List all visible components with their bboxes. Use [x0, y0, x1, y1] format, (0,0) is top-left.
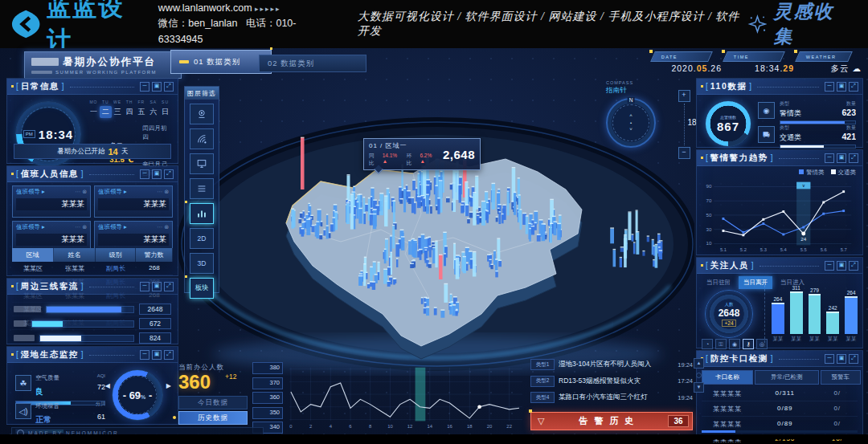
pin-icon[interactable]: ▣ [152, 169, 162, 179]
expand-icon[interactable]: ⤢ [164, 82, 174, 92]
minimize-icon[interactable]: ─ [825, 153, 834, 163]
alert-history-count: 36 [668, 415, 689, 427]
tab-data-category-2[interactable]: 02 数据类别 [259, 55, 366, 72]
alert-scroller: ▲ ▼ [694, 358, 704, 393]
svg-text:22: 22 [506, 424, 512, 429]
panel-incident-trend: [ 警情警力趋势 ] ─▣⤢ 警情类交通类 9070503010∨245.15.… [696, 149, 863, 255]
clock-ampm: PM [23, 130, 35, 138]
siren-icon: ◉ [758, 102, 775, 119]
checkpoint-col-header[interactable]: 预警车 [821, 370, 861, 385]
minimize-icon[interactable]: ─ [140, 350, 149, 360]
alert-row[interactable]: 类型2RD13-53烟感报警疑似火灾17:24 [530, 375, 693, 388]
pin-icon[interactable]: ▣ [837, 82, 846, 92]
duty-table-row[interactable]: 某某区张某某副局长268 [12, 262, 173, 275]
map-zoom-control: + 18 − [675, 90, 693, 159]
minimize-icon[interactable]: ─ [140, 282, 149, 291]
pin-icon[interactable]: ▣ [837, 153, 846, 163]
duty-leader-card[interactable]: 值班领导 ▸⋯ ⊗ 某某某 [94, 185, 173, 218]
scrollbar[interactable] [702, 430, 858, 433]
focus-tab[interactable]: 当日驻留 [702, 276, 735, 289]
collect-badge[interactable]: 灵感收集 [747, 0, 850, 49]
expand-icon[interactable]: ⤢ [849, 354, 858, 364]
minimize-icon[interactable]: ─ [140, 82, 149, 92]
pin-icon[interactable]: ▣ [837, 261, 846, 271]
expand-icon[interactable]: ⤢ [164, 169, 174, 179]
pin-icon[interactable]: ▣ [837, 354, 846, 364]
layer-button-3D[interactable]: 3D [190, 253, 214, 274]
minimize-icon[interactable]: ─ [825, 82, 834, 92]
svg-text:20: 20 [487, 424, 493, 429]
layer-filter-title: 图层筛选 [185, 87, 219, 100]
wechat-text: 微信：ben_lanlan [158, 18, 238, 29]
checkpoint-row[interactable]: 某某某某0/890/ [702, 401, 858, 417]
minimize-icon[interactable]: ─ [825, 354, 834, 364]
scroll-dot [696, 373, 702, 378]
svg-text:4: 4 [330, 424, 333, 429]
layer-button-monitor-icon[interactable] [190, 153, 214, 174]
layer-button-camera-icon[interactable] [190, 104, 214, 124]
alert-row[interactable]: 类型1湿地3-104片区有不明人员闯入19:24 [530, 358, 693, 371]
svg-text:5.2: 5.2 [740, 247, 747, 252]
zoom-in-button[interactable]: + [678, 90, 690, 102]
flow-bar-row: 2648 [14, 303, 171, 316]
svg-text:70: 70 [706, 198, 712, 203]
checkpoint-row[interactable]: 某某某某0/3110/ [702, 386, 858, 401]
focus-person-icon[interactable]: ◔ [702, 339, 713, 349]
focus-person-icon[interactable]: ◉ [729, 339, 740, 349]
scroll-down-icon[interactable]: ▼ [694, 382, 704, 393]
app-root: 蓝蓝设计 www.lanlanwork.com ▸▸▸▸▸ 微信：ben_lan… [0, 0, 868, 444]
layer-button-chart-icon[interactable] [190, 203, 214, 224]
history-data-button[interactable]: 历史数据 [178, 411, 248, 425]
logo-icon [11, 9, 40, 39]
gauge-right-arrow[interactable]: ▶ [166, 382, 171, 389]
checkpoint-col-header[interactable]: 卡口名称 [702, 370, 753, 385]
alert-history-banner[interactable]: ▽ 告警历史 36 [530, 412, 693, 430]
tab-data-category-1[interactable]: 01 数据类别 [170, 50, 272, 74]
layer-button-list-icon[interactable] [190, 178, 214, 199]
minimize-icon[interactable]: ─ [825, 261, 834, 271]
incident-type-row: ⛟ 类型数量 交通类421 [758, 124, 856, 149]
focus-person-icon[interactable]: ⚿ [715, 339, 727, 349]
gauge-left-arrow[interactable]: ◀ [105, 382, 110, 389]
expand-icon[interactable]: ⤢ [849, 153, 858, 163]
svg-text:8: 8 [369, 424, 372, 429]
eco-gauge: - 69% - [112, 369, 163, 421]
panel-title: 值班人员信息 [21, 169, 79, 180]
platform-title-plaque: 暑期办公协作平台 SUMMER WORKING PLATFORM [24, 51, 182, 79]
focus-person-icon[interactable]: ⚷ [743, 339, 754, 349]
panel-eco-monitor: [ 湿地生态监控 ] ─▣⤢ ☘ 空气质量良 AQI72 ◁) 环境噪音正常 分… [6, 346, 178, 425]
expand-icon[interactable]: ⤢ [849, 82, 858, 92]
pin-icon[interactable]: ▣ [152, 350, 162, 360]
pin-icon[interactable]: ▣ [152, 82, 162, 92]
map-tooltip: 01 / 区域一 同比14.1% ▲ 环比6.2% ▲ 2,648 [363, 138, 481, 170]
minimize-icon[interactable]: ─ [140, 169, 149, 179]
svg-text:16: 16 [447, 424, 452, 429]
expand-icon[interactable]: ⤢ [849, 261, 858, 271]
panel-title: 周边三线客流 [21, 281, 79, 292]
layer-button-2D[interactable]: 2D [190, 228, 214, 249]
flow-bar-row: 672 [14, 317, 171, 330]
occupancy-line-chart: 0246810121416182022 [286, 362, 527, 431]
compass-dial[interactable]: N ˄•˅ [606, 98, 656, 148]
website-link[interactable]: www.lanlanwork.com [158, 2, 252, 14]
zoom-out-button[interactable]: − [678, 147, 690, 159]
alert-row[interactable]: 类型4某路口有小汽车连闯三个红灯19:24 [530, 391, 693, 404]
expand-icon[interactable]: ⤢ [164, 282, 174, 291]
weekday-SU: SU日 [159, 100, 171, 118]
total-incident-gauge: 总警情数 867 [705, 100, 751, 147]
scroll-up-icon[interactable]: ▲ [694, 358, 704, 369]
date-label: DATE [661, 55, 678, 59]
layer-button-radar-icon[interactable] [190, 128, 214, 149]
weather-label: WEATHER [806, 55, 837, 59]
week-strip: MO一 TU二 WE三 TH四 FR五 SA六 SU日 [88, 100, 171, 118]
layer-button-板块[interactable]: 板块 [190, 278, 214, 299]
duty-leader-card[interactable]: 值班领导 ▸⋯ ⊗ 某某某 [12, 185, 91, 218]
svg-text:50: 50 [706, 212, 712, 218]
svg-text:5.3: 5.3 [760, 247, 767, 252]
page-title: 暑期办公协作平台 [63, 56, 156, 67]
checkpoint-col-header[interactable]: 异常/已检测 [755, 370, 819, 385]
focus-bar: 242 某某 [826, 285, 839, 343]
today-data-button[interactable]: 今日数据 [178, 396, 248, 409]
expand-icon[interactable]: ⤢ [164, 350, 174, 360]
pin-icon[interactable]: ▣ [152, 282, 162, 291]
